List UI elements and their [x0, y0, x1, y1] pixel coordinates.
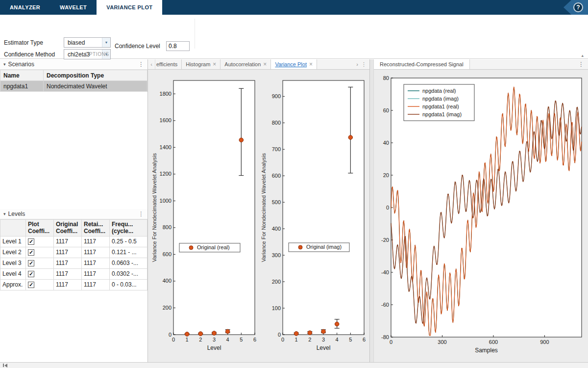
ribbon-tab-analyzer[interactable]: ANALYZER	[0, 0, 50, 15]
svg-text:npgdata1 (imag): npgdata1 (imag)	[422, 111, 462, 117]
column-header-blank	[0, 220, 26, 237]
ribbon-tab-bar: ANALYZER WAVELET VARIANCE PLOT ?	[0, 0, 588, 15]
plot-checkbox[interactable]: ✓	[28, 260, 34, 266]
level-name: Approx.	[0, 279, 26, 290]
table-row[interactable]: Level 1 ✓ 1117 1117 0.25 - 0.5	[0, 236, 147, 247]
svg-text:300: 300	[272, 252, 281, 258]
svg-text:0: 0	[172, 337, 175, 342]
kebab-menu-icon[interactable]: ⋮	[138, 210, 144, 217]
column-header-decomposition-type: Decomposition Type	[44, 70, 147, 81]
frequency-range: 0.25 - 0.5	[110, 236, 147, 247]
svg-text:Variance For Nondecimated Wave: Variance For Nondecimated Wavelet Analys…	[151, 153, 157, 262]
svg-text:Original (imag): Original (imag)	[306, 244, 342, 250]
signal-plot-canvas: -80-60-40-200204060800300600900Samplesnp…	[374, 72, 587, 360]
levels-title: Levels	[8, 210, 25, 217]
collapse-triangle-icon[interactable]: ▾	[3, 62, 6, 67]
check-icon: ✓	[29, 282, 33, 288]
kebab-menu-icon[interactable]: ⋮	[138, 61, 144, 68]
close-tab-icon[interactable]: ×	[263, 61, 267, 68]
close-tab-icon[interactable]: ×	[213, 61, 216, 68]
svg-text:0: 0	[390, 339, 392, 345]
svg-text:Samples: Samples	[475, 347, 498, 354]
retained-coefficients: 1117	[82, 258, 110, 268]
svg-text:1000: 1000	[160, 198, 172, 204]
scenarios-section-header[interactable]: ▾ Scenarios ⋮	[0, 59, 147, 70]
collapse-triangle-icon[interactable]: ▾	[3, 211, 6, 216]
options-section-label: OPTIONS	[0, 52, 194, 57]
table-row[interactable]: Level 4 ✓ 1117 1117 0.0302 -...	[0, 268, 147, 279]
svg-text:1: 1	[295, 337, 298, 342]
panel-splitter-grip[interactable]	[370, 59, 374, 362]
plot-checkbox[interactable]: ✓	[28, 271, 34, 277]
skip-to-start-icon[interactable]	[3, 364, 7, 368]
svg-text:2: 2	[199, 337, 202, 342]
original-coefficients: 1117	[54, 247, 82, 258]
status-bar	[0, 362, 588, 368]
confidence-level-input[interactable]	[166, 41, 190, 51]
svg-text:Original (real): Original (real)	[197, 244, 230, 250]
kebab-menu-icon[interactable]: ⋮	[574, 59, 588, 69]
svg-text:0: 0	[386, 205, 389, 210]
original-coefficients: 1117	[54, 258, 82, 268]
scenarios-title: Scenarios	[8, 61, 34, 68]
signal-panel-header: Reconstructed-Compressed Signal ⋮	[374, 59, 588, 70]
help-icon[interactable]: ?	[573, 2, 583, 12]
check-icon: ✓	[29, 238, 33, 245]
svg-text:0: 0	[278, 332, 281, 338]
variance-plots-area: 0200400600800100012001400160018000123456…	[148, 70, 369, 357]
tab-variance-plot[interactable]: Variance Plot ×	[271, 59, 317, 69]
svg-text:0: 0	[281, 337, 284, 342]
check-icon: ✓	[29, 260, 33, 266]
tab-scroll-right-icon[interactable]: ›	[356, 61, 358, 67]
check-icon: ✓	[29, 271, 33, 277]
svg-text:-60: -60	[381, 302, 389, 308]
estimator-type-dropdown[interactable]: biased ▼	[64, 37, 111, 48]
scenarios-table-container: Name Decomposition Type npgdata1 Nondeci…	[0, 70, 147, 209]
scenario-row[interactable]: npgdata1 Nondecimated Wavelet	[0, 81, 147, 92]
collapse-toolstrip-icon[interactable]: ▴	[581, 53, 584, 58]
help-wedge-shape	[564, 0, 571, 15]
plot-checkbox[interactable]: ✓	[28, 282, 34, 288]
levels-table: PlotCoeffi... OriginalCoeffi... Retai...…	[0, 219, 147, 290]
signal-panel-title[interactable]: Reconstructed-Compressed Signal	[374, 59, 470, 69]
tab-coefficients[interactable]: efficients	[155, 59, 182, 69]
svg-text:800: 800	[272, 120, 281, 126]
tab-scroll-left-icon[interactable]: ‹	[148, 59, 155, 69]
original-coefficients: 1117	[54, 268, 82, 279]
column-header-name: Name	[0, 70, 44, 81]
column-header-retained: Retai...Coeffi...	[82, 220, 110, 237]
table-row[interactable]: Approx. ✓ 1117 1117 0 - 0.03...	[0, 279, 147, 290]
svg-text:900: 900	[540, 339, 549, 345]
tab-autocorrelation[interactable]: Autocorrelation ×	[220, 59, 271, 69]
svg-text:40: 40	[383, 140, 389, 146]
svg-text:80: 80	[383, 75, 389, 81]
svg-text:4: 4	[336, 337, 339, 342]
ribbon-tab-wavelet[interactable]: WAVELET	[50, 0, 97, 15]
signal-panel: Reconstructed-Compressed Signal ⋮ -80-60…	[370, 59, 588, 362]
svg-text:900: 900	[272, 93, 281, 99]
level-name: Level 3	[0, 258, 26, 268]
tab-histogram[interactable]: Histogram ×	[182, 59, 220, 69]
level-name: Level 2	[0, 247, 26, 258]
level-name: Level 1	[0, 236, 26, 247]
check-icon: ✓	[29, 249, 33, 256]
levels-section-header[interactable]: ▾ Levels ⋮	[0, 209, 147, 219]
document-tab-bar: ‹ efficients Histogram × Autocorrelation…	[148, 59, 369, 70]
plot-checkbox[interactable]: ✓	[28, 238, 34, 245]
svg-text:3: 3	[213, 337, 216, 342]
svg-text:400: 400	[163, 278, 172, 284]
svg-text:5: 5	[240, 337, 243, 342]
ribbon-tab-variance-plot[interactable]: VARIANCE PLOT	[97, 0, 162, 15]
scenarios-table: Name Decomposition Type npgdata1 Nondeci…	[0, 70, 147, 92]
close-tab-icon[interactable]: ×	[309, 61, 313, 68]
svg-text:700: 700	[272, 146, 281, 152]
svg-text:4: 4	[226, 337, 229, 342]
confidence-level-label: Confidence Level	[115, 43, 160, 50]
frequency-range: 0.0603 -...	[110, 258, 147, 268]
svg-text:npgdata (real): npgdata (real)	[422, 88, 456, 94]
plot-checkbox[interactable]: ✓	[28, 249, 34, 256]
table-row[interactable]: Level 2 ✓ 1117 1117 0.121 - ...	[0, 247, 147, 258]
main-area: ▾ Scenarios ⋮ Name Decomposition Type np…	[0, 59, 588, 362]
table-row[interactable]: Level 3 ✓ 1117 1117 0.0603 -...	[0, 258, 147, 268]
kebab-menu-icon[interactable]: ⋮	[361, 61, 367, 68]
